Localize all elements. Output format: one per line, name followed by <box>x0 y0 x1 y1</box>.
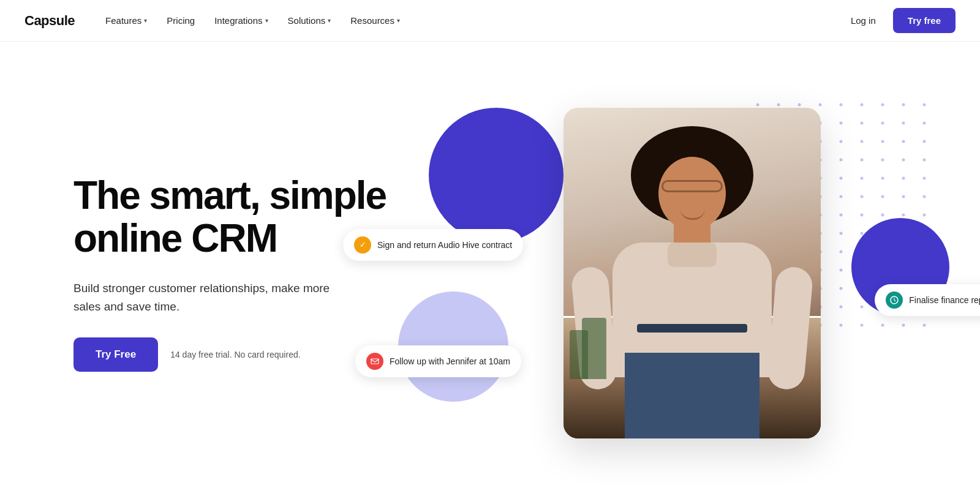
hero-subtitle: Build stronger customer relationships, m… <box>74 279 331 315</box>
svg-point-52 <box>902 195 905 198</box>
svg-point-49 <box>840 195 843 198</box>
svg-point-103 <box>840 305 843 308</box>
nav-item-resources[interactable]: Resources ▾ <box>342 10 409 31</box>
nav-right: Log in Try free <box>843 8 956 33</box>
svg-point-69 <box>881 231 884 235</box>
svg-point-80 <box>923 250 926 253</box>
hero-left: The smart, simple online CRM Build stron… <box>74 174 392 372</box>
nav-item-solutions[interactable]: Solutions ▾ <box>279 10 340 31</box>
svg-point-22 <box>840 140 843 143</box>
svg-point-76 <box>840 250 843 253</box>
svg-point-95 <box>861 287 864 290</box>
svg-point-8 <box>923 103 926 106</box>
svg-point-42 <box>881 176 884 179</box>
svg-point-94 <box>840 287 843 290</box>
svg-point-14 <box>861 121 864 124</box>
task-label-3: Follow up with Jennifer at 10am <box>390 356 510 366</box>
svg-point-59 <box>861 213 864 216</box>
svg-point-6 <box>881 103 884 106</box>
svg-point-32 <box>861 158 864 161</box>
nav-item-features[interactable]: Features ▾ <box>97 10 156 31</box>
svg-point-70 <box>902 231 905 235</box>
svg-point-114 <box>881 323 884 326</box>
svg-point-67 <box>840 231 843 235</box>
hero-right: ✓ Sign and return Audio Hive contract Fi… <box>392 96 931 451</box>
svg-point-31 <box>840 158 843 161</box>
svg-point-115 <box>902 323 905 326</box>
svg-point-2 <box>798 103 801 106</box>
chevron-down-icon: ▾ <box>397 17 400 24</box>
svg-point-88 <box>902 268 905 271</box>
svg-point-26 <box>923 140 926 143</box>
svg-point-86 <box>861 268 864 271</box>
navbar: Capsule Features ▾ Pricing Integrations … <box>0 0 980 42</box>
task-icon-check: ✓ <box>354 236 371 254</box>
svg-point-61 <box>902 213 905 216</box>
svg-point-44 <box>923 176 926 179</box>
svg-point-17 <box>923 121 926 124</box>
decorative-circle-blue-top <box>429 108 564 243</box>
nav-item-integrations[interactable]: Integrations ▾ <box>206 10 276 31</box>
svg-point-89 <box>923 268 926 271</box>
svg-point-71 <box>923 231 926 235</box>
svg-point-3 <box>819 103 822 106</box>
chevron-down-icon: ▾ <box>265 17 268 24</box>
nav-item-pricing[interactable]: Pricing <box>158 10 203 31</box>
svg-rect-127 <box>371 359 379 364</box>
svg-point-68 <box>861 231 864 235</box>
logo[interactable]: Capsule <box>24 13 75 29</box>
svg-point-0 <box>756 103 760 106</box>
svg-point-113 <box>861 323 864 326</box>
svg-point-78 <box>881 250 884 253</box>
chevron-down-icon: ▾ <box>144 17 147 24</box>
svg-point-33 <box>881 158 884 161</box>
svg-point-41 <box>861 176 864 179</box>
svg-point-1 <box>777 103 780 106</box>
task-label-2: Finalise finance report <box>909 295 980 305</box>
svg-point-16 <box>902 121 905 124</box>
nav-links: Features ▾ Pricing Integrations ▾ Soluti… <box>97 10 843 31</box>
svg-point-43 <box>902 176 905 179</box>
svg-point-79 <box>902 250 905 253</box>
task-icon-clock <box>886 291 903 309</box>
login-button[interactable]: Log in <box>843 10 883 31</box>
svg-point-87 <box>881 268 884 271</box>
svg-point-25 <box>902 140 905 143</box>
nav-try-free-button[interactable]: Try free <box>893 8 956 33</box>
chevron-down-icon: ▾ <box>328 17 331 24</box>
svg-point-5 <box>861 103 864 106</box>
svg-point-104 <box>861 305 864 308</box>
svg-point-23 <box>861 140 864 143</box>
hero-try-free-button[interactable]: Try Free <box>74 337 158 372</box>
svg-point-53 <box>923 195 926 198</box>
task-card-3: Follow up with Jennifer at 10am <box>355 345 521 377</box>
svg-point-4 <box>840 103 843 106</box>
hero-photo-card <box>564 108 821 438</box>
svg-point-58 <box>840 213 843 216</box>
svg-point-35 <box>923 158 926 161</box>
task-label-1: Sign and return Audio Hive contract <box>377 240 512 250</box>
svg-point-34 <box>902 158 905 161</box>
hero-actions: Try Free 14 day free trial. No card requ… <box>74 337 392 372</box>
task-card-2: Finalise finance report <box>875 284 980 316</box>
task-icon-mail <box>366 353 383 370</box>
svg-point-51 <box>881 195 884 198</box>
svg-point-15 <box>881 121 884 124</box>
svg-point-7 <box>902 103 905 106</box>
task-card-1: ✓ Sign and return Audio Hive contract <box>343 229 523 261</box>
svg-point-77 <box>861 250 864 253</box>
svg-point-112 <box>840 323 843 326</box>
svg-point-13 <box>840 121 843 124</box>
trial-note: 14 day free trial. No card required. <box>170 350 300 359</box>
svg-point-50 <box>861 195 864 198</box>
svg-point-116 <box>923 323 926 326</box>
svg-point-85 <box>840 268 843 271</box>
svg-point-40 <box>840 176 843 179</box>
svg-point-60 <box>881 213 884 216</box>
svg-point-24 <box>881 140 884 143</box>
hero-section: The smart, simple online CRM Build stron… <box>0 42 980 504</box>
svg-point-62 <box>923 213 926 216</box>
